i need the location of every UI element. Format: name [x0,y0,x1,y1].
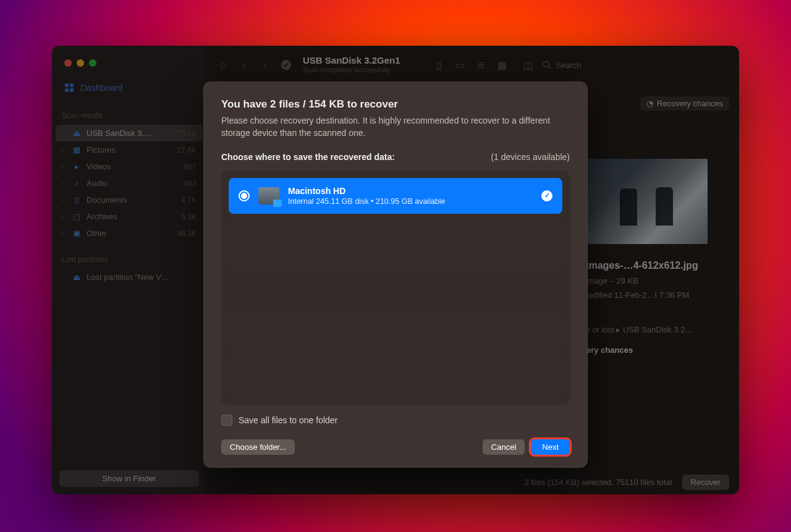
destination-name: Macintosh HD [288,185,533,196]
devices-available-label: (1 devices available) [491,152,570,162]
modal-title: You have 2 files / 154 KB to recover [221,98,570,111]
checkmark-icon: ✓ [541,190,552,201]
destination-placeholder [229,358,562,397]
modal-subtitle: Please choose recovery destination. It i… [221,114,570,140]
internal-disk-icon [258,187,279,205]
save-all-option[interactable]: Save all files to one folder [221,415,570,426]
app-window: Dashboard Scan results ⏏ USB SanDisk 3.…… [52,46,739,494]
save-all-label: Save all files to one folder [239,415,337,425]
next-button[interactable]: Next [531,439,570,455]
recovery-destination-modal: You have 2 files / 154 KB to recover Ple… [203,82,588,468]
destination-detail: Internal 245.11 GB disk • 210.95 GB avai… [288,196,533,206]
cancel-button[interactable]: Cancel [483,439,525,455]
checkbox-icon[interactable] [221,415,232,426]
choose-folder-button[interactable]: Choose folder... [221,439,295,455]
destination-placeholder [229,221,562,268]
destination-option-macintosh-hd[interactable]: Macintosh HD Internal 245.11 GB disk • 2… [229,178,562,214]
radio-selected-icon [239,190,250,201]
destination-list: Macintosh HD Internal 245.11 GB disk • 2… [221,171,570,405]
choose-destination-label: Choose where to save the recovered data: [221,152,395,162]
destination-placeholder [229,311,562,350]
modal-container: You have 2 files / 154 KB to recover Ple… [52,46,739,494]
